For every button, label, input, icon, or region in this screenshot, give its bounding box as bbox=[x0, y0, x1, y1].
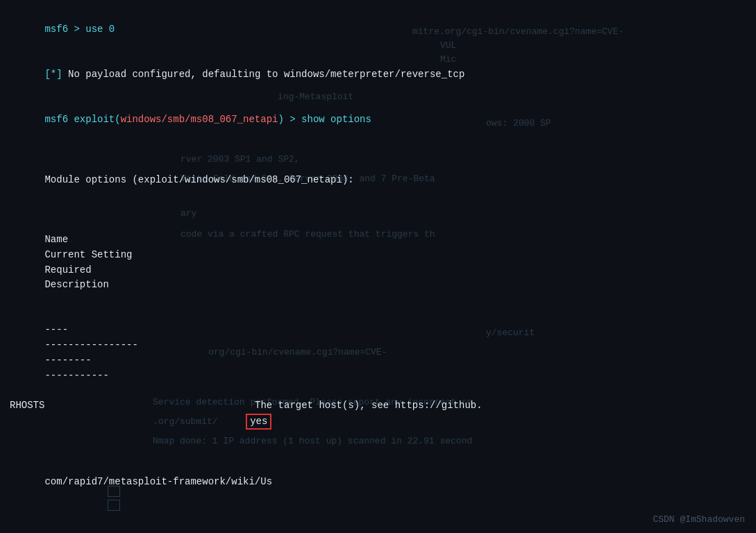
rhosts-desc3: ing-Metasploit bbox=[10, 505, 746, 533]
notice-line: [*] No payload configured, defaulting to… bbox=[10, 52, 746, 97]
notice-bracket: [*] bbox=[44, 69, 62, 80]
terminal-window: mitre.org/cgi-bin/cvename.cgi?name=CVE- … bbox=[0, 0, 756, 533]
fg-layer: msf6 > use 0 [*] No payload configured, … bbox=[0, 0, 756, 533]
prompt-show-options: msf6 exploit(windows/smb/ms08_067_netapi… bbox=[10, 97, 746, 142]
rhosts-desc2: com/rapid7/metasploit-framework/wiki/Us bbox=[10, 445, 746, 505]
exploit-module-name: windows/smb/ms08_067_netapi bbox=[121, 114, 278, 125]
module-table-dividers: ---- ---------------- -------- ---------… bbox=[10, 308, 746, 398]
rhosts-row: RHOSTS yes The target host(s), see https… bbox=[10, 398, 746, 445]
csdn-watermark: CSDN @ImShadowven bbox=[653, 514, 745, 525]
notice-text: No payload configured, defaulting to win… bbox=[62, 69, 465, 80]
prompt-use0: msf6 > use 0 bbox=[10, 7, 746, 52]
msf6-label: msf6 exploit( bbox=[44, 114, 120, 125]
msf-prompt-label: msf6 > use 0 bbox=[44, 24, 115, 35]
prompt-suffix: ) > show options bbox=[278, 114, 371, 125]
module-options-header: Module options (exploit/windows/smb/ms08… bbox=[10, 158, 746, 203]
module-table-header: Name Current Setting Required Descriptio… bbox=[10, 218, 746, 308]
